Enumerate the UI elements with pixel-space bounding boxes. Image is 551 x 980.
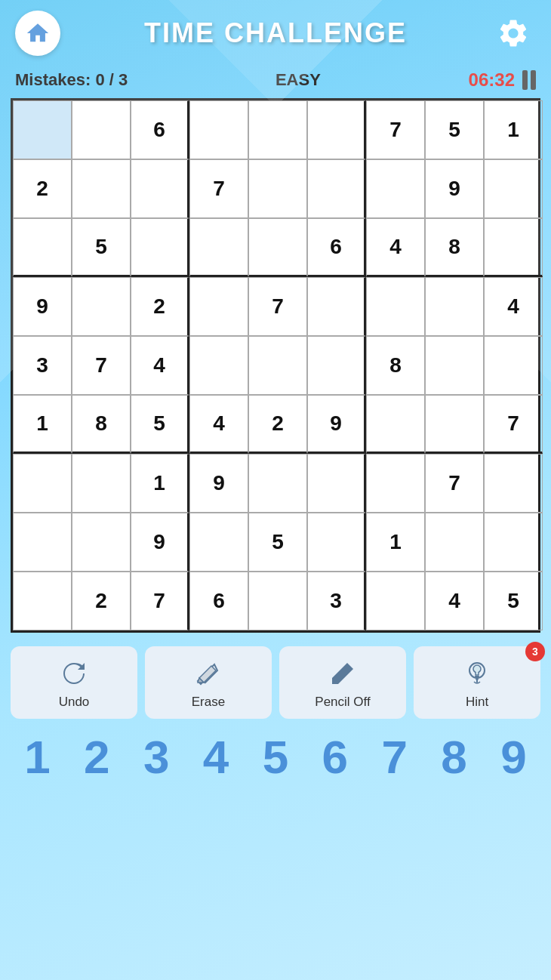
cell[interactable] (72, 513, 131, 572)
cell[interactable]: 1 (131, 454, 189, 513)
cell[interactable] (248, 454, 307, 513)
num-9[interactable]: 9 (497, 734, 529, 781)
cell[interactable]: 3 (307, 572, 366, 630)
cell[interactable] (13, 454, 72, 513)
cell[interactable] (307, 513, 366, 572)
num-7[interactable]: 7 (378, 734, 410, 781)
cell[interactable]: 2 (248, 395, 307, 454)
hint-button[interactable]: 3 Hint (414, 646, 540, 719)
cell[interactable] (189, 218, 248, 277)
header: TIME CHALLENGE (0, 0, 551, 66)
cell[interactable]: 8 (425, 218, 484, 277)
cell[interactable] (484, 454, 543, 513)
cell[interactable] (189, 100, 248, 159)
cell[interactable]: 6 (131, 100, 189, 159)
home-button[interactable] (15, 11, 60, 56)
pencil-button[interactable]: Pencil Off (279, 646, 406, 719)
cell[interactable]: 9 (13, 277, 72, 336)
num-4[interactable]: 4 (200, 734, 232, 781)
cell[interactable] (189, 513, 248, 572)
num-8[interactable]: 8 (438, 734, 469, 781)
cell[interactable] (366, 454, 425, 513)
cell[interactable] (366, 395, 425, 454)
cell[interactable] (484, 513, 543, 572)
cell[interactable]: 7 (366, 100, 425, 159)
cell[interactable]: 7 (72, 336, 131, 395)
num-2[interactable]: 2 (81, 734, 112, 781)
cell[interactable] (425, 277, 484, 336)
num-1[interactable]: 1 (21, 734, 53, 781)
num-5[interactable]: 5 (260, 734, 291, 781)
cell[interactable]: 4 (189, 395, 248, 454)
cell[interactable] (307, 277, 366, 336)
cell[interactable] (131, 218, 189, 277)
cell[interactable]: 2 (13, 159, 72, 218)
cell[interactable]: 1 (366, 513, 425, 572)
cell[interactable] (189, 277, 248, 336)
cell[interactable] (248, 159, 307, 218)
cell[interactable] (72, 277, 131, 336)
cell[interactable] (484, 218, 543, 277)
cell[interactable] (425, 336, 484, 395)
cell[interactable]: 8 (72, 395, 131, 454)
cell[interactable] (248, 100, 307, 159)
cell[interactable] (307, 159, 366, 218)
erase-label: Erase (192, 695, 225, 710)
cell[interactable] (425, 395, 484, 454)
cell[interactable] (366, 159, 425, 218)
cell[interactable]: 6 (189, 572, 248, 630)
cell[interactable] (484, 159, 543, 218)
cell[interactable]: 9 (131, 513, 189, 572)
settings-button[interactable] (491, 11, 536, 56)
cell[interactable] (248, 572, 307, 630)
cell[interactable] (484, 336, 543, 395)
num-3[interactable]: 3 (140, 734, 172, 781)
cell[interactable] (72, 159, 131, 218)
cell[interactable] (13, 100, 72, 159)
cell[interactable]: 6 (307, 218, 366, 277)
cell[interactable]: 7 (484, 395, 543, 454)
cell[interactable]: 9 (425, 159, 484, 218)
cell[interactable] (13, 572, 72, 630)
cell[interactable]: 7 (131, 572, 189, 630)
cell[interactable]: 5 (425, 100, 484, 159)
cell[interactable] (189, 336, 248, 395)
cell[interactable]: 2 (72, 572, 131, 630)
cell[interactable]: 5 (72, 218, 131, 277)
cell[interactable] (13, 513, 72, 572)
cell[interactable] (366, 572, 425, 630)
erase-icon (192, 657, 225, 690)
cell[interactable]: 7 (248, 277, 307, 336)
cell[interactable] (248, 336, 307, 395)
cell[interactable] (307, 454, 366, 513)
cell[interactable]: 9 (307, 395, 366, 454)
cell[interactable] (248, 218, 307, 277)
num-6[interactable]: 6 (319, 734, 351, 781)
cell[interactable]: 9 (189, 454, 248, 513)
pause-button[interactable] (522, 70, 536, 90)
cell[interactable]: 3 (13, 336, 72, 395)
erase-button[interactable]: Erase (145, 646, 272, 719)
cell[interactable]: 4 (484, 277, 543, 336)
cell[interactable] (307, 100, 366, 159)
cell[interactable]: 5 (131, 395, 189, 454)
cell[interactable]: 5 (484, 572, 543, 630)
cell[interactable]: 7 (425, 454, 484, 513)
cell[interactable]: 4 (131, 336, 189, 395)
cell[interactable] (72, 100, 131, 159)
cell[interactable] (131, 159, 189, 218)
cell[interactable]: 4 (366, 218, 425, 277)
cell[interactable]: 2 (131, 277, 189, 336)
cell[interactable]: 8 (366, 336, 425, 395)
cell[interactable]: 1 (13, 395, 72, 454)
cell[interactable]: 5 (248, 513, 307, 572)
cell[interactable] (72, 454, 131, 513)
cell[interactable]: 7 (189, 159, 248, 218)
cell[interactable] (366, 277, 425, 336)
cell[interactable] (307, 336, 366, 395)
undo-button[interactable]: Undo (11, 646, 137, 719)
cell[interactable] (425, 513, 484, 572)
cell[interactable]: 4 (425, 572, 484, 630)
cell[interactable] (13, 218, 72, 277)
cell[interactable]: 1 (484, 100, 543, 159)
